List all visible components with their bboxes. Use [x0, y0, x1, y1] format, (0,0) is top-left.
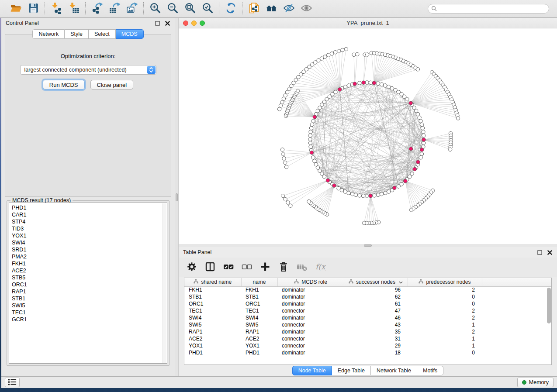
- table-cell[interactable]: PHD1: [184, 349, 241, 356]
- criterion-select[interactable]: largest connected component (undirected): [20, 65, 156, 75]
- network-view[interactable]: [179, 28, 557, 244]
- mcds-node-item[interactable]: RAP1: [12, 288, 167, 295]
- table-cell[interactable]: connector: [277, 342, 344, 349]
- import-network-button[interactable]: [50, 2, 63, 15]
- table-row[interactable]: TEC1TEC1connector472: [184, 307, 551, 314]
- tab-edge-table[interactable]: Edge Table: [332, 366, 371, 375]
- table-cell[interactable]: 1: [408, 342, 482, 349]
- save-session-button[interactable]: [27, 2, 40, 15]
- horizontal-splitter[interactable]: [179, 244, 557, 247]
- mcds-node-item[interactable]: SWI5: [12, 302, 167, 309]
- mcds-node-item[interactable]: ACE2: [12, 267, 167, 274]
- delete-row-button[interactable]: [277, 261, 290, 273]
- table-cell[interactable]: YOX1: [184, 342, 241, 349]
- table-cell[interactable]: 62: [344, 293, 408, 300]
- table-row[interactable]: ORC1ORC1dominator610: [184, 300, 551, 307]
- column-header-predecessor-nodes[interactable]: predecessor nodes: [408, 278, 482, 286]
- table-cell[interactable]: dominator: [277, 328, 344, 335]
- close-panel-icon[interactable]: [547, 250, 553, 255]
- mcds-node-item[interactable]: YOX1: [12, 232, 167, 239]
- window-minimize-button[interactable]: [191, 21, 197, 26]
- deselect-all-button[interactable]: [241, 261, 253, 273]
- table-cell[interactable]: dominator: [277, 349, 344, 356]
- table-cell[interactable]: 0: [408, 349, 482, 356]
- table-cell[interactable]: 1: [408, 321, 482, 328]
- table-cell[interactable]: connector: [277, 321, 344, 328]
- tab-select[interactable]: Select: [89, 29, 116, 39]
- table-cell[interactable]: ACE2: [184, 335, 241, 342]
- tab-motifs[interactable]: Motifs: [417, 366, 443, 375]
- table-row[interactable]: SWI5SWI5connector431: [184, 321, 551, 328]
- table-cell[interactable]: 96: [344, 286, 408, 293]
- table-cell[interactable]: 31: [344, 335, 408, 342]
- table-cell[interactable]: 46: [344, 314, 408, 321]
- column-header-name[interactable]: name: [241, 278, 277, 286]
- table-cell[interactable]: dominator: [277, 314, 344, 321]
- table-cell[interactable]: 1: [408, 335, 482, 342]
- column-header-shared-name[interactable]: shared name: [184, 278, 241, 286]
- export-network-button[interactable]: [90, 2, 104, 15]
- run-mcds-button[interactable]: Run MCDS: [43, 80, 85, 89]
- table-row[interactable]: SWI4SWI4dominator462: [184, 314, 551, 321]
- show-column-button[interactable]: [204, 261, 216, 273]
- table-row[interactable]: YOX1YOX1connector291: [184, 342, 551, 349]
- column-header-successor-nodes[interactable]: successor nodes: [344, 278, 408, 286]
- table-cell[interactable]: ORC1: [241, 300, 277, 307]
- table-cell[interactable]: 47: [344, 307, 408, 314]
- table-cell[interactable]: ACE2: [241, 335, 277, 342]
- splitter-handle[interactable]: [364, 244, 372, 247]
- result-scrollbar[interactable]: [163, 203, 166, 363]
- table-row[interactable]: STB1STB1dominator620: [184, 293, 551, 300]
- network-graph[interactable]: [179, 28, 557, 243]
- table-cell[interactable]: 61: [344, 300, 408, 307]
- hide-selected-button[interactable]: [282, 2, 295, 15]
- table-cell[interactable]: 18: [344, 349, 408, 356]
- zoom-in-button[interactable]: [149, 2, 162, 15]
- tab-network[interactable]: Network: [32, 29, 65, 39]
- tab-mcds[interactable]: MCDS: [116, 29, 144, 39]
- mcds-node-item[interactable]: SRD1: [12, 246, 167, 253]
- mcds-node-item[interactable]: ORC1: [12, 281, 167, 288]
- open-file-button[interactable]: [9, 2, 22, 15]
- table-cell[interactable]: 0: [408, 300, 482, 307]
- table-row[interactable]: PHD1PHD1dominator180: [184, 349, 551, 356]
- mcds-node-item[interactable]: SWI4: [12, 239, 167, 246]
- close-panel-button[interactable]: Close panel: [90, 80, 134, 89]
- table-row[interactable]: ACE2ACE2connector311: [184, 335, 551, 342]
- table-cell[interactable]: ORC1: [184, 300, 241, 307]
- table-cell[interactable]: STB1: [184, 293, 241, 300]
- table-cell[interactable]: connector: [277, 335, 344, 342]
- splitter-handle[interactable]: [176, 193, 178, 201]
- search-input[interactable]: [428, 4, 549, 14]
- task-history-button[interactable]: [5, 378, 20, 387]
- zoom-selected-button[interactable]: [201, 2, 214, 15]
- mcds-node-item[interactable]: STB1: [12, 295, 167, 302]
- table-cell[interactable]: TEC1: [241, 307, 277, 314]
- table-cell[interactable]: SWI4: [241, 314, 277, 321]
- table-cell[interactable]: 2: [408, 286, 482, 293]
- export-image-button[interactable]: [125, 2, 138, 15]
- vertical-splitter[interactable]: [175, 18, 179, 376]
- table-cell[interactable]: SWI4: [184, 314, 241, 321]
- memory-button[interactable]: Memory: [517, 378, 554, 387]
- export-table-button[interactable]: [108, 2, 121, 15]
- table-cell[interactable]: 2: [408, 307, 482, 314]
- zoom-out-button[interactable]: [166, 2, 179, 15]
- table-cell[interactable]: 0: [408, 293, 482, 300]
- table-cell[interactable]: dominator: [277, 293, 344, 300]
- import-table-button[interactable]: [67, 2, 80, 15]
- settings-button[interactable]: [186, 261, 198, 273]
- float-panel-icon[interactable]: [155, 21, 160, 26]
- column-header-MCDS-role[interactable]: MCDS role: [277, 278, 344, 286]
- tab-style[interactable]: Style: [65, 29, 89, 39]
- share-document-button[interactable]: [247, 2, 260, 15]
- table-cell[interactable]: 29: [344, 342, 408, 349]
- table-cell[interactable]: SWI5: [184, 321, 241, 328]
- table-cell[interactable]: STB1: [241, 293, 277, 300]
- table-cell[interactable]: dominator: [277, 286, 344, 293]
- show-all-button[interactable]: [300, 2, 313, 15]
- table-cell[interactable]: YOX1: [241, 342, 277, 349]
- mcds-node-item[interactable]: TID3: [12, 225, 167, 232]
- mcds-node-item[interactable]: STB5: [12, 274, 167, 281]
- tab-network-table[interactable]: Network Table: [371, 366, 417, 375]
